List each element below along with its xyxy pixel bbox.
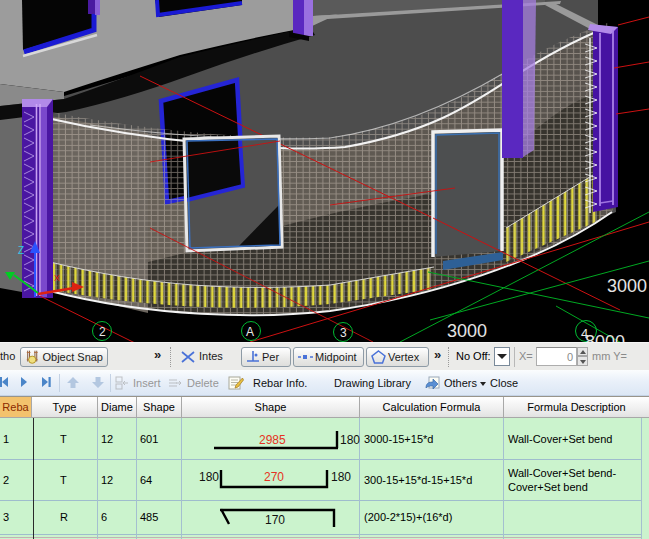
svg-text:180: 180: [199, 470, 219, 484]
svg-text:8000: 8000: [585, 332, 625, 342]
svg-text:X: X: [54, 273, 60, 283]
svg-text:Z: Z: [18, 245, 24, 256]
svg-text:170: 170: [265, 513, 285, 527]
svg-text:3: 3: [340, 326, 347, 340]
svg-text:180: 180: [331, 470, 351, 484]
svg-text:3000: 3000: [607, 276, 647, 296]
svg-text:270: 270: [264, 470, 284, 484]
svg-text:2985: 2985: [259, 433, 286, 447]
svg-text:2: 2: [99, 325, 106, 339]
svg-text:A: A: [246, 325, 254, 339]
svg-text:3000: 3000: [447, 321, 487, 341]
svg-text:180: 180: [340, 433, 360, 447]
